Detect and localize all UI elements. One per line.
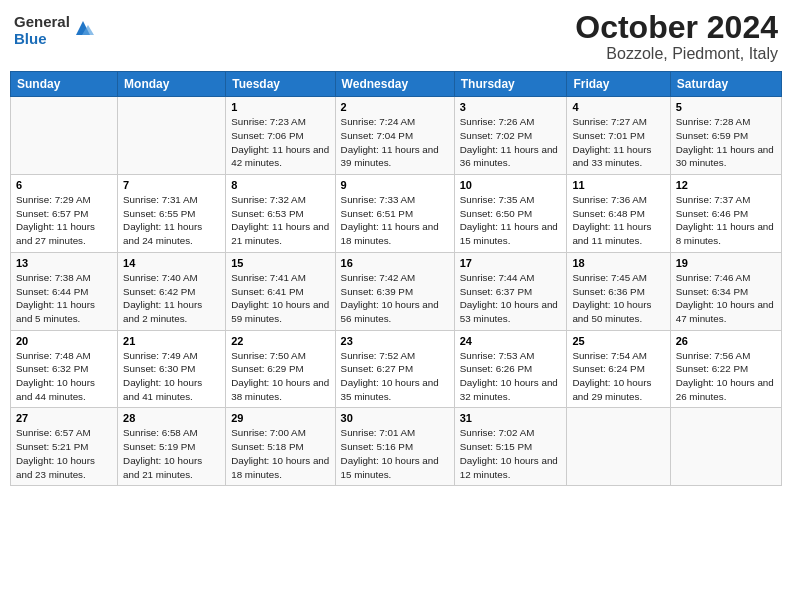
daylight-text: Daylight: 10 hours and 44 minutes.	[16, 377, 95, 402]
daylight-text: Daylight: 11 hours and 11 minutes.	[572, 221, 651, 246]
day-number: 23	[341, 335, 449, 347]
table-row: 9 Sunrise: 7:33 AM Sunset: 6:51 PM Dayli…	[335, 175, 454, 253]
table-row: 6 Sunrise: 7:29 AM Sunset: 6:57 PM Dayli…	[11, 175, 118, 253]
day-info: Sunrise: 7:38 AM Sunset: 6:44 PM Dayligh…	[16, 271, 112, 326]
table-row: 17 Sunrise: 7:44 AM Sunset: 6:37 PM Dayl…	[454, 252, 567, 330]
day-number: 8	[231, 179, 329, 191]
sunset-text: Sunset: 5:18 PM	[231, 441, 303, 452]
sunset-text: Sunset: 7:04 PM	[341, 130, 413, 141]
sunrise-text: Sunrise: 7:24 AM	[341, 116, 416, 127]
calendar-subtitle: Bozzole, Piedmont, Italy	[575, 45, 778, 63]
day-number: 6	[16, 179, 112, 191]
sunrise-text: Sunrise: 7:28 AM	[676, 116, 751, 127]
day-info: Sunrise: 7:01 AM Sunset: 5:16 PM Dayligh…	[341, 426, 449, 481]
sunset-text: Sunset: 6:50 PM	[460, 208, 532, 219]
table-row: 5 Sunrise: 7:28 AM Sunset: 6:59 PM Dayli…	[670, 97, 781, 175]
table-row: 24 Sunrise: 7:53 AM Sunset: 6:26 PM Dayl…	[454, 330, 567, 408]
sunset-text: Sunset: 6:37 PM	[460, 286, 532, 297]
title-block: October 2024 Bozzole, Piedmont, Italy	[575, 10, 778, 63]
daylight-text: Daylight: 10 hours and 18 minutes.	[231, 455, 329, 480]
day-number: 26	[676, 335, 776, 347]
sunset-text: Sunset: 6:55 PM	[123, 208, 195, 219]
calendar-week-row: 1 Sunrise: 7:23 AM Sunset: 7:06 PM Dayli…	[11, 97, 782, 175]
calendar-week-row: 20 Sunrise: 7:48 AM Sunset: 6:32 PM Dayl…	[11, 330, 782, 408]
table-row: 18 Sunrise: 7:45 AM Sunset: 6:36 PM Dayl…	[567, 252, 670, 330]
daylight-text: Daylight: 11 hours and 2 minutes.	[123, 299, 202, 324]
table-row	[670, 408, 781, 486]
daylight-text: Daylight: 11 hours and 8 minutes.	[676, 221, 774, 246]
col-thursday: Thursday	[454, 72, 567, 97]
day-number: 9	[341, 179, 449, 191]
day-info: Sunrise: 7:45 AM Sunset: 6:36 PM Dayligh…	[572, 271, 664, 326]
daylight-text: Daylight: 10 hours and 50 minutes.	[572, 299, 651, 324]
day-info: Sunrise: 6:57 AM Sunset: 5:21 PM Dayligh…	[16, 426, 112, 481]
table-row: 23 Sunrise: 7:52 AM Sunset: 6:27 PM Dayl…	[335, 330, 454, 408]
day-info: Sunrise: 6:58 AM Sunset: 5:19 PM Dayligh…	[123, 426, 220, 481]
col-monday: Monday	[118, 72, 226, 97]
sunset-text: Sunset: 6:57 PM	[16, 208, 88, 219]
daylight-text: Daylight: 10 hours and 53 minutes.	[460, 299, 558, 324]
sunset-text: Sunset: 6:48 PM	[572, 208, 644, 219]
sunset-text: Sunset: 6:30 PM	[123, 363, 195, 374]
table-row: 8 Sunrise: 7:32 AM Sunset: 6:53 PM Dayli…	[226, 175, 335, 253]
table-row: 3 Sunrise: 7:26 AM Sunset: 7:02 PM Dayli…	[454, 97, 567, 175]
day-number: 2	[341, 101, 449, 113]
sunrise-text: Sunrise: 7:54 AM	[572, 350, 647, 361]
sunrise-text: Sunrise: 7:53 AM	[460, 350, 535, 361]
table-row: 11 Sunrise: 7:36 AM Sunset: 6:48 PM Dayl…	[567, 175, 670, 253]
table-row: 20 Sunrise: 7:48 AM Sunset: 6:32 PM Dayl…	[11, 330, 118, 408]
day-info: Sunrise: 7:37 AM Sunset: 6:46 PM Dayligh…	[676, 193, 776, 248]
col-sunday: Sunday	[11, 72, 118, 97]
sunrise-text: Sunrise: 7:52 AM	[341, 350, 416, 361]
daylight-text: Daylight: 10 hours and 59 minutes.	[231, 299, 329, 324]
sunset-text: Sunset: 6:41 PM	[231, 286, 303, 297]
daylight-text: Daylight: 11 hours and 33 minutes.	[572, 144, 651, 169]
sunset-text: Sunset: 7:06 PM	[231, 130, 303, 141]
sunset-text: Sunset: 6:51 PM	[341, 208, 413, 219]
day-info: Sunrise: 7:32 AM Sunset: 6:53 PM Dayligh…	[231, 193, 329, 248]
sunset-text: Sunset: 6:24 PM	[572, 363, 644, 374]
sunrise-text: Sunrise: 6:57 AM	[16, 427, 91, 438]
day-number: 5	[676, 101, 776, 113]
sunrise-text: Sunrise: 7:27 AM	[572, 116, 647, 127]
day-number: 27	[16, 412, 112, 424]
table-row: 10 Sunrise: 7:35 AM Sunset: 6:50 PM Dayl…	[454, 175, 567, 253]
sunrise-text: Sunrise: 7:00 AM	[231, 427, 306, 438]
day-info: Sunrise: 7:52 AM Sunset: 6:27 PM Dayligh…	[341, 349, 449, 404]
day-number: 10	[460, 179, 562, 191]
table-row: 30 Sunrise: 7:01 AM Sunset: 5:16 PM Dayl…	[335, 408, 454, 486]
daylight-text: Daylight: 11 hours and 30 minutes.	[676, 144, 774, 169]
sunset-text: Sunset: 6:26 PM	[460, 363, 532, 374]
day-info: Sunrise: 7:26 AM Sunset: 7:02 PM Dayligh…	[460, 115, 562, 170]
table-row: 14 Sunrise: 7:40 AM Sunset: 6:42 PM Dayl…	[118, 252, 226, 330]
day-info: Sunrise: 7:33 AM Sunset: 6:51 PM Dayligh…	[341, 193, 449, 248]
sunrise-text: Sunrise: 7:56 AM	[676, 350, 751, 361]
table-row: 29 Sunrise: 7:00 AM Sunset: 5:18 PM Dayl…	[226, 408, 335, 486]
day-number: 7	[123, 179, 220, 191]
sunrise-text: Sunrise: 7:50 AM	[231, 350, 306, 361]
daylight-text: Daylight: 11 hours and 36 minutes.	[460, 144, 558, 169]
daylight-text: Daylight: 11 hours and 15 minutes.	[460, 221, 558, 246]
day-number: 3	[460, 101, 562, 113]
daylight-text: Daylight: 10 hours and 26 minutes.	[676, 377, 774, 402]
daylight-text: Daylight: 10 hours and 32 minutes.	[460, 377, 558, 402]
day-number: 15	[231, 257, 329, 269]
sunrise-text: Sunrise: 7:49 AM	[123, 350, 198, 361]
table-row: 16 Sunrise: 7:42 AM Sunset: 6:39 PM Dayl…	[335, 252, 454, 330]
col-friday: Friday	[567, 72, 670, 97]
table-row: 1 Sunrise: 7:23 AM Sunset: 7:06 PM Dayli…	[226, 97, 335, 175]
sunrise-text: Sunrise: 7:01 AM	[341, 427, 416, 438]
sunset-text: Sunset: 6:44 PM	[16, 286, 88, 297]
day-number: 12	[676, 179, 776, 191]
sunrise-text: Sunrise: 7:33 AM	[341, 194, 416, 205]
sunset-text: Sunset: 6:42 PM	[123, 286, 195, 297]
sunset-text: Sunset: 6:39 PM	[341, 286, 413, 297]
day-number: 14	[123, 257, 220, 269]
sunrise-text: Sunrise: 7:32 AM	[231, 194, 306, 205]
day-number: 25	[572, 335, 664, 347]
table-row: 7 Sunrise: 7:31 AM Sunset: 6:55 PM Dayli…	[118, 175, 226, 253]
day-info: Sunrise: 7:49 AM Sunset: 6:30 PM Dayligh…	[123, 349, 220, 404]
day-number: 1	[231, 101, 329, 113]
sunset-text: Sunset: 7:01 PM	[572, 130, 644, 141]
sunset-text: Sunset: 6:53 PM	[231, 208, 303, 219]
